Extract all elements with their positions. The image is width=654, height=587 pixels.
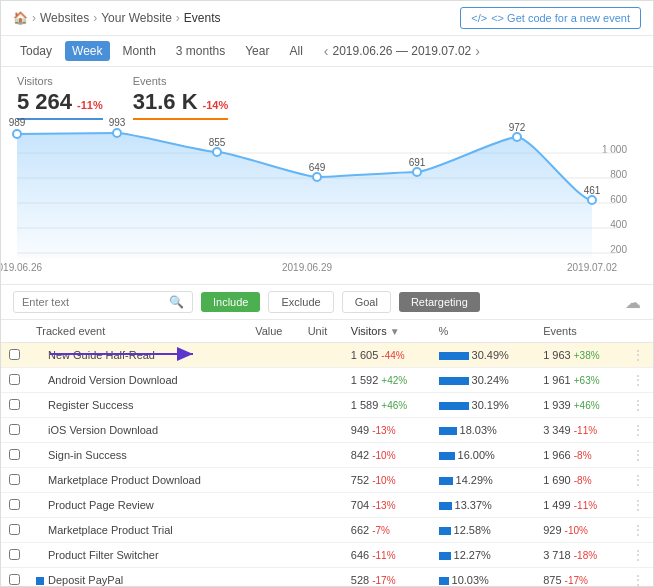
row-actions-icon[interactable]: ⋮ (631, 372, 645, 388)
actions-cell[interactable]: ⋮ (623, 493, 653, 518)
get-code-button[interactable]: </> <> Get code for a new event (460, 7, 641, 29)
row-checkbox-cell (1, 393, 28, 418)
row-actions-icon[interactable]: ⋮ (631, 397, 645, 413)
row-checkbox[interactable] (9, 424, 20, 435)
tab-3months[interactable]: 3 months (169, 41, 232, 61)
row-checkbox[interactable] (9, 549, 20, 560)
col-events: Events (535, 320, 623, 343)
tab-month[interactable]: Month (116, 41, 163, 61)
svg-text:2019.07.02: 2019.07.02 (567, 262, 617, 273)
search-input[interactable] (22, 296, 165, 308)
sort-arrow: ▼ (390, 326, 400, 337)
table-row: iOS Version Download 949 -13% 18.03% 3 3… (1, 418, 653, 443)
events-cell: 1 966 -8% (535, 443, 623, 468)
tab-year[interactable]: Year (238, 41, 276, 61)
export-icon[interactable]: ☁ (625, 293, 641, 312)
include-button[interactable]: Include (201, 292, 260, 312)
percent-bar (439, 577, 449, 585)
event-name: Register Success (48, 399, 134, 411)
events-change: -14% (203, 99, 229, 111)
goal-button[interactable]: Goal (342, 291, 391, 313)
percent-cell: 30.19% (431, 393, 536, 418)
actions-cell[interactable]: ⋮ (623, 468, 653, 493)
home-icon[interactable]: 🏠 (13, 11, 28, 25)
prev-date-arrow[interactable]: ‹ (324, 43, 329, 59)
actions-cell[interactable]: ⋮ (623, 368, 653, 393)
unit-cell (300, 468, 343, 493)
actions-cell[interactable]: ⋮ (623, 393, 653, 418)
row-actions-icon[interactable]: ⋮ (631, 472, 645, 488)
events-cell: 1 499 -11% (535, 493, 623, 518)
value-cell (247, 518, 300, 543)
actions-cell[interactable]: ⋮ (623, 443, 653, 468)
search-box[interactable]: 🔍 (13, 291, 193, 313)
percent-cell: 10.03% (431, 568, 536, 587)
row-actions-icon[interactable]: ⋮ (631, 447, 645, 463)
event-name-cell: Register Success (28, 393, 247, 418)
visitors-cell: 1 589 +46% (343, 393, 431, 418)
row-actions-icon[interactable]: ⋮ (631, 522, 645, 538)
exclude-button[interactable]: Exclude (268, 291, 333, 313)
row-checkbox[interactable] (9, 524, 20, 535)
visitors-label: Visitors (17, 75, 103, 87)
next-date-arrow[interactable]: › (475, 43, 480, 59)
row-checkbox[interactable] (9, 574, 20, 585)
row-actions-icon[interactable]: ⋮ (631, 422, 645, 438)
tab-week[interactable]: Week (65, 41, 109, 61)
row-actions-icon[interactable]: ⋮ (631, 347, 645, 363)
visitors-cell: 662 -7% (343, 518, 431, 543)
actions-cell[interactable]: ⋮ (623, 543, 653, 568)
percent-cell: 12.58% (431, 518, 536, 543)
events-cell: 929 -10% (535, 518, 623, 543)
svg-point-15 (513, 133, 521, 141)
visitors-cell: 528 -17% (343, 568, 431, 587)
event-name-cell: New Guide Half-Read (28, 343, 247, 368)
row-checkbox-cell (1, 543, 28, 568)
visitors-change: -11% (77, 99, 103, 111)
svg-point-11 (113, 129, 121, 137)
actions-cell[interactable]: ⋮ (623, 568, 653, 587)
row-checkbox[interactable] (9, 374, 20, 385)
percent-bar (439, 427, 457, 435)
svg-text:855: 855 (209, 137, 226, 148)
col-visitors[interactable]: Visitors ▼ (343, 320, 431, 343)
row-checkbox[interactable] (9, 449, 20, 460)
row-actions-icon[interactable]: ⋮ (631, 497, 645, 513)
unit-cell (300, 493, 343, 518)
actions-cell[interactable]: ⋮ (623, 418, 653, 443)
percent-cell: 18.03% (431, 418, 536, 443)
value-cell (247, 368, 300, 393)
row-actions-icon[interactable]: ⋮ (631, 572, 645, 586)
visitors-cell: 842 -10% (343, 443, 431, 468)
events-cell: 875 -17% (535, 568, 623, 587)
actions-cell[interactable]: ⋮ (623, 343, 653, 368)
actions-cell[interactable]: ⋮ (623, 518, 653, 543)
row-actions-icon[interactable]: ⋮ (631, 547, 645, 563)
search-icon: 🔍 (169, 295, 184, 309)
breadcrumb-website[interactable]: Your Website (101, 11, 172, 25)
stats-row: Visitors 5 264 -11% Events 31.6 K -14% (1, 67, 653, 124)
row-checkbox[interactable] (9, 399, 20, 410)
tab-today[interactable]: Today (13, 41, 59, 61)
retargeting-button[interactable]: Retargeting (399, 292, 480, 312)
col-percent: % (431, 320, 536, 343)
row-checkbox[interactable] (9, 499, 20, 510)
table-row: Register Success 1 589 +46% 30.19% 1 939… (1, 393, 653, 418)
col-actions (623, 320, 653, 343)
value-cell (247, 493, 300, 518)
row-checkbox[interactable] (9, 349, 20, 360)
breadcrumb-websites[interactable]: Websites (40, 11, 89, 25)
percent-cell: 12.27% (431, 543, 536, 568)
events-cell: 1 963 +38% (535, 343, 623, 368)
events-table: Tracked event Value Unit Visitors ▼ % Ev… (1, 320, 653, 586)
percent-cell: 13.37% (431, 493, 536, 518)
visitors-cell: 1 605 -44% (343, 343, 431, 368)
visitors-stat: Visitors 5 264 -11% (17, 75, 103, 120)
svg-point-12 (213, 148, 221, 156)
row-checkbox-cell (1, 518, 28, 543)
svg-point-10 (13, 130, 21, 138)
row-checkbox-cell (1, 343, 28, 368)
unit-cell (300, 393, 343, 418)
tab-all[interactable]: All (282, 41, 309, 61)
row-checkbox[interactable] (9, 474, 20, 485)
